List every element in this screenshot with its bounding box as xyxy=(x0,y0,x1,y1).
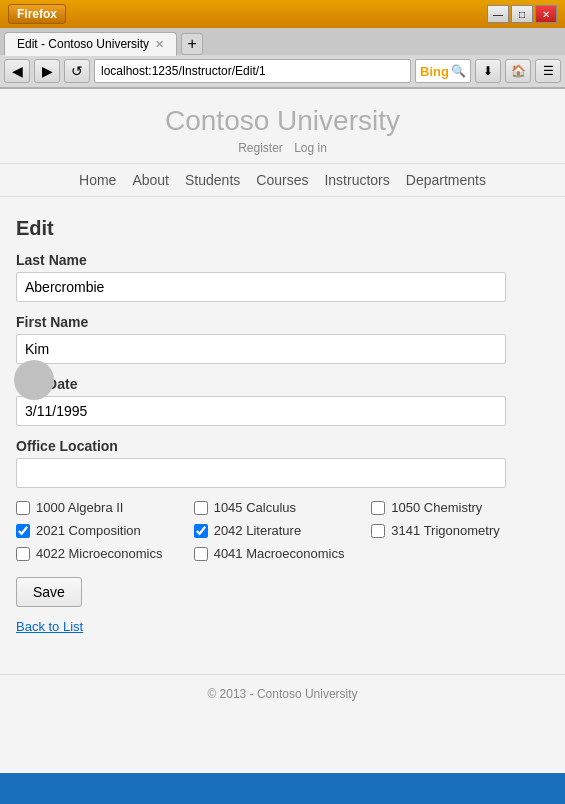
last-name-group: Last Name xyxy=(16,252,549,302)
course-checkbox-3141[interactable] xyxy=(371,524,385,538)
reload-button[interactable]: ↺ xyxy=(64,59,90,83)
tab-bar: Edit - Contoso University ✕ + xyxy=(0,28,565,55)
site-header: Contoso University Register Log in xyxy=(0,89,565,164)
course-checkbox-2042[interactable] xyxy=(194,524,208,538)
nav-home[interactable]: Home xyxy=(79,172,116,188)
first-name-label: First Name xyxy=(16,314,549,330)
auth-links: Register Log in xyxy=(0,141,565,155)
navigation-bar: ◀ ▶ ↺ Bing 🔍 ⬇ 🏠 ☰ xyxy=(0,55,565,88)
logo-circle xyxy=(14,360,54,400)
edit-form: Edit Last Name First Name Hire Date Offi… xyxy=(0,197,565,674)
download-icon[interactable]: ⬇ xyxy=(475,59,501,83)
hire-date-group: Hire Date xyxy=(16,376,549,426)
new-tab-button[interactable]: + xyxy=(181,33,203,55)
office-location-input[interactable] xyxy=(16,458,506,488)
course-item: 4041 Macroeconomics xyxy=(194,546,372,561)
course-checkbox-2021[interactable] xyxy=(16,524,30,538)
nav-instructors[interactable]: Instructors xyxy=(324,172,389,188)
tab-close-icon[interactable]: ✕ xyxy=(155,38,164,51)
nav-students[interactable]: Students xyxy=(185,172,240,188)
first-name-input[interactable] xyxy=(16,334,506,364)
course-item: 1050 Chemistry xyxy=(371,500,549,515)
office-location-label: Office Location xyxy=(16,438,549,454)
nav-courses[interactable]: Courses xyxy=(256,172,308,188)
firefox-menu-button[interactable]: Firefox xyxy=(8,4,66,24)
course-checkbox-4022[interactable] xyxy=(16,547,30,561)
course-item: 1045 Calculus xyxy=(194,500,372,515)
last-name-label: Last Name xyxy=(16,252,549,268)
course-label-3141: 3141 Trigonometry xyxy=(391,523,499,538)
menu-icon[interactable]: ☰ xyxy=(535,59,561,83)
url-bar[interactable] xyxy=(94,59,411,83)
form-actions: Save xyxy=(16,577,549,619)
course-checkbox-1045[interactable] xyxy=(194,501,208,515)
hire-date-label: Hire Date xyxy=(16,376,549,392)
course-label-1050: 1050 Chemistry xyxy=(391,500,482,515)
course-label-1000: 1000 Algebra II xyxy=(36,500,123,515)
login-link[interactable]: Log in xyxy=(294,141,327,155)
hire-date-input[interactable] xyxy=(16,396,506,426)
copyright-text: © 2013 - Contoso University xyxy=(207,687,357,701)
site-title: Contoso University xyxy=(0,105,565,137)
main-nav: Home About Students Courses Instructors … xyxy=(0,164,565,197)
course-checkbox-1050[interactable] xyxy=(371,501,385,515)
course-item: 2042 Literature xyxy=(194,523,372,538)
back-button[interactable]: ◀ xyxy=(4,59,30,83)
office-location-group: Office Location xyxy=(16,438,549,488)
site-footer: © 2013 - Contoso University xyxy=(0,674,565,713)
nav-about[interactable]: About xyxy=(132,172,169,188)
title-bar: Firefox — □ ✕ xyxy=(0,0,565,28)
course-checkbox-1000[interactable] xyxy=(16,501,30,515)
main-nav-container: Home About Students Courses Instructors … xyxy=(0,164,565,197)
course-item: 3141 Trigonometry xyxy=(371,523,549,538)
page-heading: Edit xyxy=(16,217,549,240)
course-label-2021: 2021 Composition xyxy=(36,523,141,538)
forward-button[interactable]: ▶ xyxy=(34,59,60,83)
back-to-list-link[interactable]: Back to List xyxy=(16,619,549,634)
course-item: 1000 Algebra II xyxy=(16,500,194,515)
close-button[interactable]: ✕ xyxy=(535,5,557,23)
courses-grid: 1000 Algebra II1045 Calculus1050 Chemist… xyxy=(16,500,549,561)
course-item: 2021 Composition xyxy=(16,523,194,538)
tab-title: Edit - Contoso University xyxy=(17,37,149,51)
page-content: Contoso University Register Log in Home … xyxy=(0,89,565,773)
save-button[interactable]: Save xyxy=(16,577,82,607)
course-label-2042: 2042 Literature xyxy=(214,523,301,538)
home-icon[interactable]: 🏠 xyxy=(505,59,531,83)
course-item: 4022 Microeconomics xyxy=(16,546,194,561)
course-label-4041: 4041 Macroeconomics xyxy=(214,546,345,561)
course-label-1045: 1045 Calculus xyxy=(214,500,296,515)
bing-logo: Bing xyxy=(420,64,449,79)
course-label-4022: 4022 Microeconomics xyxy=(36,546,162,561)
last-name-input[interactable] xyxy=(16,272,506,302)
minimize-button[interactable]: — xyxy=(487,5,509,23)
search-icon: 🔍 xyxy=(451,64,466,78)
first-name-group: First Name xyxy=(16,314,549,364)
maximize-button[interactable]: □ xyxy=(511,5,533,23)
active-tab[interactable]: Edit - Contoso University ✕ xyxy=(4,32,177,56)
register-link[interactable]: Register xyxy=(238,141,283,155)
course-checkbox-4041[interactable] xyxy=(194,547,208,561)
nav-departments[interactable]: Departments xyxy=(406,172,486,188)
